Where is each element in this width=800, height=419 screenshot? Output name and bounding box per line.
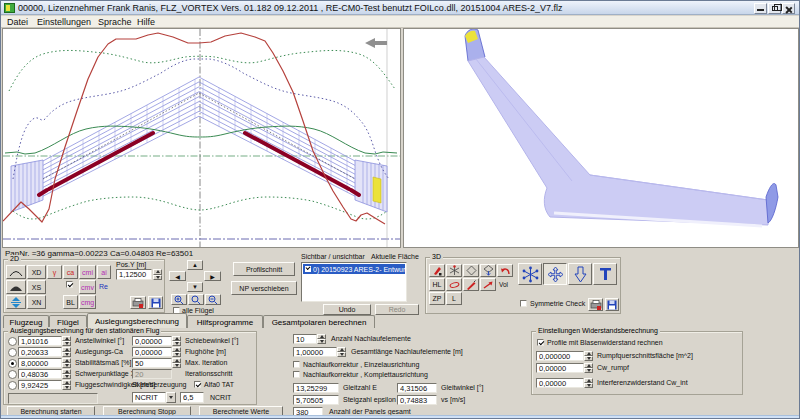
schiebewinkel-spinner[interactable] <box>172 336 181 346</box>
menu-einstellungen[interactable]: Einstellungen <box>37 17 91 27</box>
rumpfquerschnitt-input[interactable] <box>536 351 584 361</box>
flughoehe-input[interactable] <box>132 347 172 357</box>
rotate-axes-button[interactable] <box>446 264 462 277</box>
pen-button[interactable] <box>463 278 479 291</box>
pull-down-button[interactable] <box>568 263 592 285</box>
pan-right-button[interactable]: ▶ <box>204 271 221 281</box>
anchor-button[interactable] <box>593 263 617 285</box>
gleitwinkel-input[interactable] <box>397 383 437 393</box>
undo-button[interactable]: Undo <box>323 304 371 315</box>
redo-button[interactable]: Redo <box>375 304 419 315</box>
zp-button[interactable]: ZP <box>429 292 445 305</box>
red-arrow-button[interactable] <box>480 278 496 291</box>
minimize-button[interactable] <box>754 3 767 14</box>
nachlauf-komplett-checkbox[interactable] <box>293 371 300 378</box>
anzahl-nachlauf-input[interactable] <box>293 334 317 344</box>
max-iteration-spinner[interactable] <box>172 358 181 368</box>
cw-rumpf-spinner[interactable] <box>584 363 593 373</box>
radio-schwerpunktlage[interactable] <box>8 370 17 379</box>
schiebewinkel-input[interactable] <box>132 336 172 346</box>
blasenwiderstand-checkbox[interactable] <box>537 339 544 346</box>
surface-list-item-selected[interactable]: 0) 20150923 ARES-2- Entwurf 3 Großwingle <box>303 264 405 274</box>
panel-diamond-button[interactable] <box>463 264 479 277</box>
planform-filled-button[interactable] <box>6 280 26 294</box>
bl-button[interactable]: BL <box>63 295 78 309</box>
move-3d-button[interactable] <box>543 263 567 285</box>
flughoehe-spinner[interactable] <box>172 347 181 357</box>
steigzahl-input[interactable] <box>293 395 339 405</box>
jack-3d-button[interactable] <box>518 263 542 285</box>
ca-button[interactable]: ca <box>63 265 78 279</box>
gesamtlaenge-input[interactable] <box>293 347 337 357</box>
save-button[interactable] <box>148 296 163 309</box>
radio-stabilitaetsmass[interactable] <box>8 359 17 368</box>
anstellwinkel-spinner[interactable] <box>62 336 71 346</box>
menu-sprache[interactable]: Sprache <box>98 17 132 27</box>
pan-left-button[interactable]: ◀ <box>169 271 186 281</box>
profilschnitt-button[interactable]: Profilschnitt <box>233 262 295 276</box>
rumpfquerschnitt-spinner[interactable] <box>584 351 593 361</box>
print-3d-button[interactable] <box>588 298 603 311</box>
anzahl-nachlauf-spinner[interactable] <box>317 334 326 344</box>
posy-spinner[interactable] <box>153 269 162 280</box>
xs-button[interactable]: XS <box>27 280 46 294</box>
print-button[interactable] <box>130 296 146 309</box>
gleitzahl-input[interactable] <box>293 383 339 393</box>
posy-input[interactable] <box>116 269 152 280</box>
tab-auslegungsberechnung[interactable]: Auslegungsberechnung <box>87 313 187 328</box>
fluggeschwindigkeit-spinner[interactable] <box>62 380 71 390</box>
close-button[interactable] <box>782 3 795 14</box>
undo-rotate-button[interactable] <box>497 264 513 277</box>
zoom-window-button[interactable] <box>188 294 204 305</box>
max-iteration-input[interactable] <box>132 358 172 368</box>
np-verschieben-button[interactable]: NP verschieben <box>231 281 297 295</box>
cmi-button[interactable]: cmi <box>79 265 96 279</box>
cmg-button[interactable]: cmg <box>79 295 96 309</box>
symmetrie-check-checkbox[interactable] <box>520 300 527 307</box>
schwerpunktlage-input[interactable] <box>18 369 62 379</box>
vs-input[interactable] <box>397 395 437 405</box>
tab-gesamtpolaren[interactable]: Gesamtpolaren berechnen <box>263 315 375 328</box>
save-3d-button[interactable] <box>605 298 619 311</box>
view-3d-panel[interactable] <box>403 28 799 248</box>
xd-button[interactable]: XD <box>27 265 46 279</box>
menu-datei[interactable]: Datei <box>7 17 28 27</box>
surface-listbox[interactable]: 0) 20150923 ARES-2- Entwurf 3 Großwingle <box>301 262 407 302</box>
gamma-button[interactable]: γ <box>47 265 62 279</box>
schwerpunktlage-spinner[interactable] <box>62 369 71 379</box>
title-bar[interactable]: 00000, Lizenznehmer Frank Ranis, FLZ_VOR… <box>1 1 800 15</box>
panel-diamond-arrow-button[interactable] <box>480 264 496 277</box>
menu-hilfe[interactable]: Hilfe <box>137 17 155 27</box>
plot-2d-panel[interactable] <box>2 28 401 248</box>
stabilitaetsmass-input[interactable] <box>18 358 62 368</box>
radio-anstellwinkel[interactable] <box>8 337 17 346</box>
fluggeschwindigkeit-input[interactable] <box>18 380 62 390</box>
restore-button[interactable] <box>768 3 781 14</box>
stabilitaetsmass-spinner[interactable] <box>62 358 71 368</box>
alfa0-tat-checkbox[interactable] <box>194 381 201 388</box>
cw-rumpf-input[interactable] <box>536 363 584 373</box>
ellipse-button[interactable] <box>446 278 462 291</box>
tab-hilfsprogramme[interactable]: Hilfsprogramme <box>187 315 263 328</box>
xn-button[interactable]: XN <box>27 295 46 309</box>
ncrit-select-arrow[interactable] <box>166 392 176 403</box>
cw-int-input[interactable] <box>536 378 584 388</box>
l-button[interactable]: L <box>446 292 462 305</box>
gesamtlaenge-spinner[interactable] <box>337 347 346 357</box>
zoom-out-button[interactable] <box>205 294 221 305</box>
cmv-button[interactable]: cmv <box>79 280 96 294</box>
pan-down-button[interactable]: ▼ <box>187 282 203 292</box>
ncrit-select[interactable]: NCRIT <box>132 392 166 403</box>
planform-view-button[interactable] <box>6 265 26 279</box>
flip-view-button[interactable] <box>6 295 26 309</box>
pan-up-button[interactable]: ▲ <box>187 260 203 270</box>
hl-button[interactable]: HL <box>429 278 445 291</box>
auslegungs-ca-input[interactable] <box>18 347 62 357</box>
marker-button[interactable] <box>429 264 445 277</box>
radio-auslegungs-ca[interactable] <box>8 348 17 357</box>
ai-button[interactable]: ai <box>97 265 111 279</box>
anstellwinkel-input[interactable] <box>18 336 62 346</box>
ncrit-value-input[interactable] <box>180 392 204 403</box>
zoom-in-button[interactable] <box>171 294 187 305</box>
radio-fluggeschwindigkeit[interactable] <box>8 381 17 390</box>
